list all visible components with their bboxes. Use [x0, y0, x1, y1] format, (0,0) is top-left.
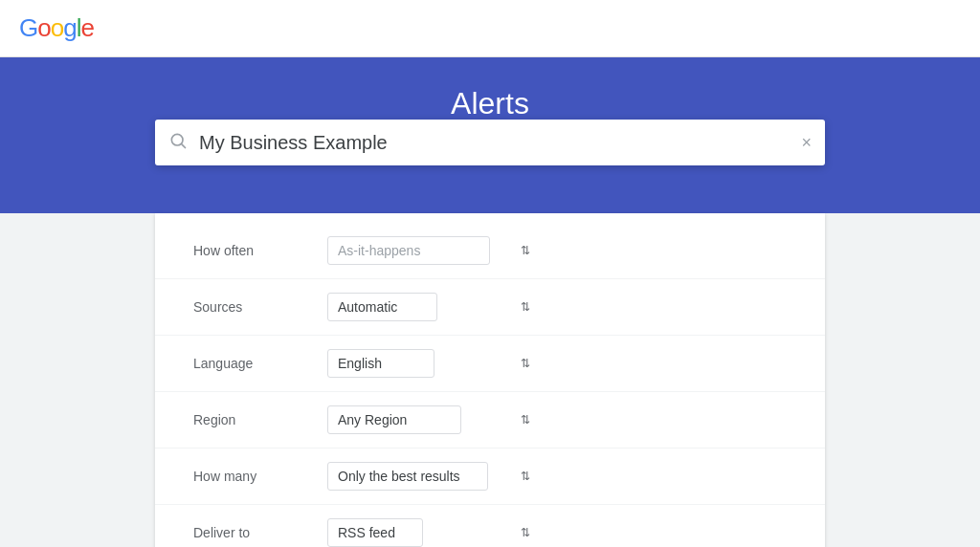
region-select[interactable]: Any Region United States United Kingdom …	[327, 405, 461, 434]
option-row-sources: Sources Automatic News Blogs Web Video B…	[155, 279, 825, 336]
sources-label: Sources	[193, 299, 327, 315]
page-title: Alerts	[0, 86, 980, 121]
svg-line-1	[182, 143, 186, 147]
language-label: Language	[193, 356, 327, 371]
region-select-wrapper: Any Region United States United Kingdom …	[327, 405, 538, 434]
deliver-to-select-wrapper: RSS feed Gmail	[327, 518, 538, 547]
language-select[interactable]: English Spanish French German Italian Po…	[327, 349, 434, 378]
search-bar: ×	[155, 120, 825, 165]
deliver-to-select[interactable]: RSS feed Gmail	[327, 518, 423, 547]
search-input[interactable]	[199, 132, 801, 154]
how-often-label: How often	[193, 243, 327, 258]
how-many-select-wrapper: Only the best results All results	[327, 462, 538, 491]
hero-banner: Alerts Monitor the web for interesting n…	[0, 57, 980, 213]
how-many-select[interactable]: Only the best results All results	[327, 462, 488, 491]
how-often-select[interactable]: As-it-happens At most once a day At most…	[327, 236, 490, 265]
search-icon	[168, 131, 188, 155]
option-row-region: Region Any Region United States United K…	[155, 392, 825, 449]
logo-g2: g	[63, 13, 76, 43]
sources-select-wrapper: Automatic News Blogs Web Video Books Dis…	[327, 293, 538, 321]
search-bar-wrapper: ×	[0, 120, 980, 165]
deliver-to-label: Deliver to	[193, 525, 327, 540]
google-logo: Google	[19, 13, 94, 43]
sources-select[interactable]: Automatic News Blogs Web Video Books Dis…	[327, 293, 437, 321]
svg-point-0	[171, 134, 183, 145]
options-card: How often As-it-happens At most once a d…	[155, 213, 825, 547]
logo-g: G	[19, 13, 37, 43]
top-nav: Google	[0, 0, 980, 57]
region-label: Region	[193, 412, 327, 427]
logo-o1: o	[37, 13, 50, 43]
logo-e: e	[80, 13, 93, 43]
how-many-label: How many	[193, 469, 327, 484]
main-content: How often As-it-happens At most once a d…	[0, 213, 980, 547]
option-row-deliver-to: Deliver to RSS feed Gmail	[155, 505, 825, 547]
logo-o2: o	[51, 13, 63, 43]
how-often-select-wrapper: As-it-happens At most once a day At most…	[327, 236, 538, 265]
option-row-how-often: How often As-it-happens At most once a d…	[155, 223, 825, 279]
clear-icon[interactable]: ×	[801, 133, 812, 153]
language-select-wrapper: English Spanish French German Italian Po…	[327, 349, 538, 378]
option-row-how-many: How many Only the best results All resul…	[155, 449, 825, 505]
option-row-language: Language English Spanish French German I…	[155, 336, 825, 392]
